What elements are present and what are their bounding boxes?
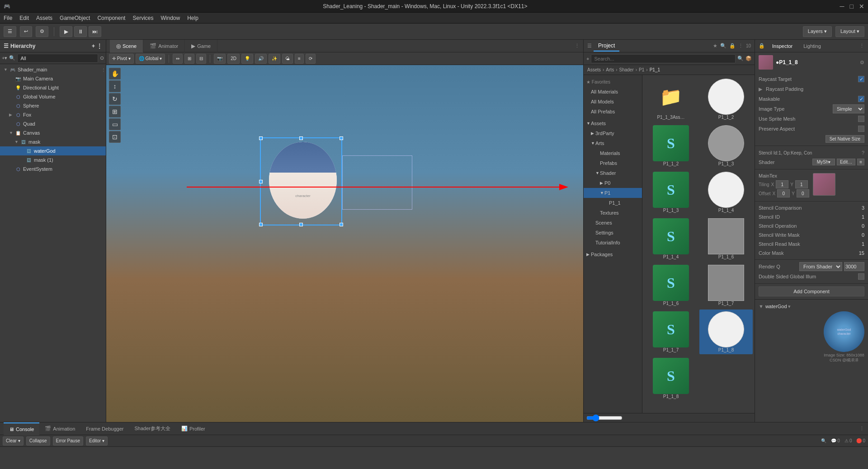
scene-tool-camera[interactable]: 📷: [214, 54, 226, 64]
tab-project[interactable]: Project: [594, 41, 619, 52]
asset-p1-1-8-circle[interactable]: P1_1_8: [699, 310, 753, 354]
gizmo-rect[interactable]: ▭: [109, 118, 121, 130]
scene-tool-grid[interactable]: ⊟: [196, 54, 206, 64]
render-queue-dropdown[interactable]: From Shader: [799, 262, 842, 271]
tree-item-canvas[interactable]: ▼ 📋 Canvas: [0, 128, 106, 137]
tab-shader-ref[interactable]: Shader参考大全: [129, 422, 175, 435]
asset-p1-1-3ass[interactable]: 📁 P1_1_3Ass…: [644, 77, 698, 122]
layers-dropdown[interactable]: Layers ▾: [803, 26, 832, 37]
hierarchy-more-icon[interactable]: ⋮: [97, 43, 102, 49]
hierarchy-add-icon[interactable]: +: [92, 43, 95, 49]
asset-p1-1-4-shader[interactable]: S P1_1_4: [644, 216, 698, 261]
project-search-input[interactable]: [591, 54, 736, 63]
search-console-icon[interactable]: 🔍: [821, 438, 826, 443]
render-queue-value[interactable]: [844, 262, 864, 271]
scene-tool-2d[interactable]: 2D: [227, 54, 240, 64]
tab-frame-debugger[interactable]: Frame Debugger: [80, 422, 129, 435]
tree-item-main-camera[interactable]: 📷 Main Camera: [0, 74, 106, 83]
tiling-y[interactable]: [795, 180, 808, 188]
inspector-options-icon[interactable]: ⚙: [860, 60, 864, 66]
gizmo-move[interactable]: ↕: [109, 80, 121, 92]
scene-tool-gizmos[interactable]: ⟳: [306, 54, 316, 64]
ptree-scenes[interactable]: Scenes: [584, 218, 642, 228]
inspector-tab[interactable]: Inspector: [769, 42, 796, 51]
tab-profiler[interactable]: 📊Profiler: [176, 422, 211, 435]
asset-p1-1-2-circle[interactable]: P1_1_2: [699, 77, 753, 122]
bc-arts[interactable]: Arts: [606, 67, 614, 72]
add-component-button[interactable]: Add Component: [759, 286, 864, 296]
tree-item-quad[interactable]: ⬡ Quad: [0, 119, 106, 128]
maximize-button[interactable]: □: [850, 3, 854, 10]
tab-scene[interactable]: ◎ Scene: [110, 40, 143, 52]
project-lock-icon[interactable]: 🔒: [729, 43, 736, 49]
project-search-btn[interactable]: 🔍: [737, 56, 744, 61]
project-add-icon[interactable]: +: [586, 56, 589, 61]
toolbar-settings[interactable]: ⚙: [36, 26, 48, 37]
gizmo-rotate[interactable]: ↻: [109, 93, 121, 105]
ptree-all-models[interactable]: All Models: [584, 97, 642, 107]
handle-tc[interactable]: [299, 136, 303, 140]
ptree-settings[interactable]: Settings: [584, 228, 642, 238]
tree-item-shader-main[interactable]: ▼ 🎮 Shader_main ⋮: [0, 65, 106, 74]
inspector-more[interactable]: ⋮: [859, 43, 864, 49]
ptree-shader[interactable]: ▼Shader: [584, 168, 642, 178]
menu-services[interactable]: Services: [132, 15, 153, 21]
use-sprite-mesh-checkbox[interactable]: [858, 116, 864, 122]
ptree-favorites[interactable]: ★ Favorites: [584, 77, 642, 87]
tab-animator[interactable]: 🎬 Animator: [143, 40, 185, 52]
asset-p1-1-3-shader[interactable]: S P1_1_3: [644, 170, 698, 215]
bc-p1-1[interactable]: P1_1: [650, 67, 660, 72]
raycast-target-checkbox[interactable]: ✓: [858, 76, 864, 82]
ptree-textures[interactable]: Textures: [584, 208, 642, 218]
collapse-button[interactable]: Collapse: [26, 436, 50, 446]
scene-tool-global[interactable]: 🌐 Global ▾: [136, 54, 165, 64]
asset-p1-1-8-shader[interactable]: S P1_1_8: [644, 356, 698, 401]
tab-game[interactable]: ▶ Game: [185, 40, 217, 52]
tree-item-mask[interactable]: ▼ 🖼 mask: [0, 137, 106, 146]
hierarchy-plus[interactable]: +▾: [2, 55, 7, 61]
project-more-icon[interactable]: ⋮: [738, 43, 743, 49]
project-pkg-icon[interactable]: 📦: [745, 56, 752, 61]
menu-window[interactable]: Window: [160, 15, 180, 21]
handle-br[interactable]: [340, 223, 343, 226]
scene-tool-fx[interactable]: ✨: [269, 54, 280, 64]
scene-tabs-more[interactable]: ⋮: [575, 43, 580, 49]
pause-button[interactable]: ⏸: [74, 26, 87, 37]
stencil-help-icon[interactable]: ?: [862, 150, 864, 155]
ptree-tutorialinfo[interactable]: TutorialInfo: [584, 238, 642, 248]
ptree-all-materials[interactable]: All Materials: [584, 87, 642, 97]
project-search-icon[interactable]: 🔍: [720, 43, 726, 49]
menu-edit[interactable]: Edit: [19, 15, 29, 21]
tiling-x[interactable]: [776, 180, 788, 188]
hierarchy-search[interactable]: [17, 54, 98, 63]
asset-p1-1-6-shader[interactable]: S P1_1_6: [644, 263, 698, 308]
ptree-prefabs[interactable]: Prefabs: [584, 158, 642, 168]
step-button[interactable]: ⏭: [89, 26, 101, 37]
shader-main-options[interactable]: ⋮: [101, 67, 106, 72]
handle-tl[interactable]: [259, 136, 263, 140]
asset-p1-1-6-dark[interactable]: P1_1_6: [699, 216, 753, 261]
editor-button[interactable]: Editor ▾: [86, 436, 108, 446]
menu-help[interactable]: Help: [187, 15, 198, 21]
menu-component[interactable]: Component: [97, 15, 125, 21]
ptree-p0[interactable]: ▶P0: [584, 178, 642, 188]
scene-tool-move[interactable]: ⇔: [173, 54, 183, 64]
set-native-size-btn[interactable]: Set Native Size: [826, 135, 864, 143]
bottom-tabs-more[interactable]: ⋮: [859, 426, 864, 431]
ptree-packages[interactable]: ▶Packages: [584, 249, 642, 259]
shader-edit-btn[interactable]: Edit…: [837, 159, 855, 165]
asset-p1-1-2-shader[interactable]: S P1_1_2: [644, 123, 698, 168]
asset-p1-1-7-shader[interactable]: S P1_1_7: [644, 310, 698, 354]
gizmo-transform[interactable]: ⊡: [109, 131, 121, 143]
ptree-3rdparty[interactable]: ▶3rdParty: [584, 128, 642, 138]
toolbar-options[interactable]: ☰: [4, 26, 16, 37]
clear-button[interactable]: Clear ▾: [3, 436, 24, 446]
asset-size-slider[interactable]: [586, 414, 623, 422]
asset-p1-1-7-dark[interactable]: P1_1_7: [699, 263, 753, 308]
ptree-all-prefabs[interactable]: All Prefabs: [584, 107, 642, 117]
close-button[interactable]: ✕: [859, 3, 864, 10]
tree-item-event-system[interactable]: ⬡ EventSystem: [0, 164, 106, 174]
hierarchy-filter[interactable]: ⊙: [100, 55, 104, 61]
scene-tool-more[interactable]: ≡: [295, 54, 304, 64]
ptree-p1-1[interactable]: P1_1: [584, 198, 642, 208]
